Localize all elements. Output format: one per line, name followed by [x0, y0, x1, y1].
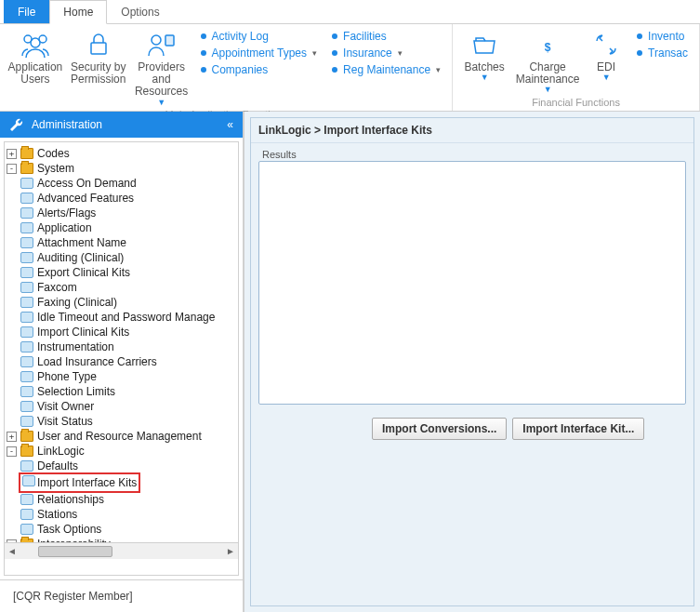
sidebar-title: Administration [32, 118, 102, 131]
tree-visit-status[interactable]: Visit Status [7, 414, 236, 429]
companies-link[interactable]: Companies [201, 63, 318, 76]
tree-visit-owner[interactable]: Visit Owner [7, 399, 236, 414]
security-button[interactable]: Security by Permission [69, 28, 128, 86]
appointment-types-link[interactable]: Appointment Types▾ [201, 47, 318, 60]
transactions-link[interactable]: Transac [637, 47, 688, 60]
tree-faxcom[interactable]: Faxcom [7, 280, 236, 295]
facilities-link[interactable]: Facilities [332, 30, 441, 43]
chevron-down-icon: ▼ [157, 99, 165, 108]
tree-idle-timeout[interactable]: Idle Timeout and Password Manage [7, 310, 236, 325]
tree-user-resource-mgmt[interactable]: +User and Resource Management [7, 429, 236, 444]
nav-tree: +Codes -System Access On Demand Advanced… [5, 142, 238, 542]
edi-icon [591, 30, 621, 60]
tree-selection-limits[interactable]: Selection Limits [7, 384, 236, 399]
tree-alerts-flags[interactable]: Alerts/Flags [7, 206, 236, 220]
sidebar: Administration « +Codes -System Access O… [0, 112, 244, 612]
tree-application[interactable]: Application [7, 220, 236, 235]
tree-hscroll[interactable]: ◄► [5, 542, 238, 559]
item-icon [20, 178, 33, 189]
tree-codes[interactable]: +Codes [7, 146, 236, 161]
import-interface-kit-button[interactable]: Import Interface Kit... [512, 418, 644, 440]
svg-point-4 [152, 35, 161, 45]
tree-load-insurance[interactable]: Load Insurance Carriers [7, 354, 236, 369]
svg-rect-5 [165, 35, 174, 46]
tree-relationships[interactable]: Relationships [7, 492, 236, 507]
tree-access-on-demand[interactable]: Access On Demand [7, 176, 236, 191]
edi-button[interactable]: EDI▼ [585, 28, 627, 83]
inventory-link[interactable]: Invento [637, 30, 688, 43]
results-label: Results [258, 149, 686, 160]
tree-faxing-clinical[interactable]: Faxing (Clinical) [7, 295, 236, 310]
ribbon-fin-caption: Financial Functions [458, 95, 693, 110]
breadcrumb: LinkLogic > Import Interface Kits [251, 118, 693, 143]
charge-maint-button[interactable]: $ Charge Maintenance▼ [514, 28, 581, 95]
tree-export-clinical-kits[interactable]: Export Clinical Kits [7, 265, 236, 280]
import-conversions-button[interactable]: Import Conversions... [372, 418, 507, 440]
svg-point-2 [31, 38, 40, 47]
content-area: LinkLogic > Import Interface Kits Result… [244, 112, 700, 612]
folder-icon [20, 148, 33, 159]
activity-log-link[interactable]: Activity Log [201, 30, 318, 43]
tree-advanced-features[interactable]: Advanced Features [7, 191, 236, 206]
providers-label: Providers and Resources [132, 61, 192, 99]
tree-system[interactable]: -System [7, 161, 236, 176]
tree-auditing-clinical[interactable]: Auditing (Clinical) [7, 250, 236, 265]
security-label: Security by Permission [69, 61, 128, 86]
app-users-button[interactable]: Application Users [6, 28, 65, 86]
sidebar-footer: [CQR Register Member] [0, 579, 243, 612]
folder-icon [20, 163, 33, 174]
providers-button[interactable]: Providers and Resources ▼ [132, 28, 192, 107]
batches-icon [469, 30, 499, 60]
tree-task-options[interactable]: Task Options [7, 522, 236, 537]
svg-rect-3 [91, 43, 106, 54]
top-tabs: File Home Options [0, 0, 700, 24]
insurance-link[interactable]: Insurance▾ [332, 47, 441, 60]
wrench-icon [9, 117, 24, 132]
results-box[interactable] [258, 161, 686, 405]
tab-file[interactable]: File [4, 0, 49, 23]
dollar-icon: $ [533, 30, 562, 60]
reg-maintenance-link[interactable]: Reg Maintenance▾ [332, 63, 441, 76]
tree-linklogic[interactable]: -LinkLogic [7, 444, 236, 459]
svg-text:$: $ [545, 41, 551, 54]
tree-stations[interactable]: Stations [7, 507, 236, 522]
providers-icon [147, 30, 177, 60]
collapse-icon[interactable]: « [227, 118, 233, 131]
app-users-label: Application Users [6, 61, 65, 86]
lock-icon [84, 30, 113, 60]
tree-phone-type[interactable]: Phone Type [7, 369, 236, 384]
tree-import-interface-kits[interactable]: Import Interface Kits [7, 473, 236, 492]
users-icon [20, 30, 50, 60]
tree-instrumentation[interactable]: Instrumentation [7, 339, 236, 354]
tab-options[interactable]: Options [107, 0, 173, 23]
ribbon: Application Users Security by Permission… [0, 24, 700, 112]
tree-attachment-name[interactable]: Attachment Name [7, 235, 236, 250]
tree-defaults[interactable]: Defaults [7, 459, 236, 473]
tree-import-clinical-kits[interactable]: Import Clinical Kits [7, 325, 236, 339]
batches-button[interactable]: Batches▼ [458, 28, 510, 83]
tab-home[interactable]: Home [49, 0, 107, 24]
sidebar-header: Administration « [0, 112, 243, 138]
